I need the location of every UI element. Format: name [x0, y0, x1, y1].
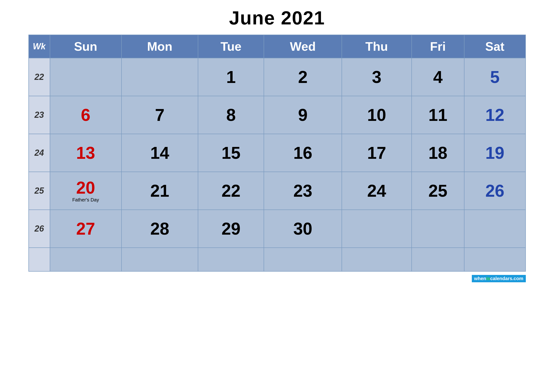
day-cell-w4-d1: 28 [122, 210, 198, 248]
day-cell-w3-d5: 25 [412, 172, 464, 210]
week-row-2: 2413141516171819 [29, 134, 526, 172]
tue-header: Tue [198, 35, 264, 58]
day-cell-w1-d1: 7 [122, 96, 198, 134]
day-number-30: 30 [264, 220, 341, 237]
day-number-5: 5 [464, 69, 525, 85]
day-number-27: 27 [50, 220, 121, 237]
day-number-12: 12 [464, 106, 525, 124]
mon-header: Mon [122, 35, 198, 58]
extra-cell-4 [264, 248, 342, 271]
day-number-8: 8 [198, 106, 264, 124]
day-number-6: 6 [50, 106, 121, 124]
week-row-3: 2520Father's Day212223242526 [29, 172, 526, 210]
thu-header: Thu [342, 35, 412, 58]
watermark-badge[interactable]: wheniscalendars.com [472, 275, 526, 282]
day-cell-w1-d4: 10 [342, 96, 412, 134]
day-cell-w4-d3: 30 [264, 210, 342, 248]
day-number-13: 13 [50, 144, 121, 161]
week-row-1: 236789101112 [29, 96, 526, 134]
day-cell-w4-d2: 29 [198, 210, 264, 248]
day-number-2: 2 [264, 69, 341, 85]
day-cell-w2-d4: 17 [342, 134, 412, 172]
day-number-15: 15 [198, 144, 264, 161]
extra-cell-0 [29, 248, 50, 271]
day-number-26: 26 [464, 182, 525, 199]
day-number-9: 9 [264, 106, 341, 124]
extra-cell-3 [198, 248, 264, 271]
extra-cell-5 [342, 248, 412, 271]
sun-header: Sun [50, 35, 122, 58]
day-number-14: 14 [122, 144, 198, 161]
day-cell-w2-d6: 19 [464, 134, 526, 172]
day-number-17: 17 [342, 144, 411, 161]
day-number-22: 22 [198, 182, 264, 199]
day-cell-w3-d4: 24 [342, 172, 412, 210]
wk-cell-3: 25 [29, 172, 50, 210]
day-number-20: 20 [50, 179, 121, 196]
day-number-21: 21 [122, 182, 198, 199]
day-cell-w0-d2: 1 [198, 58, 264, 96]
day-number-28: 28 [122, 220, 198, 237]
day-cell-w3-d6: 26 [464, 172, 526, 210]
calendar-body: 221234523678910111224131415161718192520F… [29, 58, 526, 271]
day-number-25: 25 [412, 182, 464, 199]
wk-cell-0: 22 [29, 58, 50, 96]
fri-header: Fri [412, 35, 464, 58]
extra-cell-6 [412, 248, 464, 271]
watermark: wheniscalendars.com [28, 275, 526, 282]
day-cell-w4-d6 [464, 210, 526, 248]
day-cell-w1-d0: 6 [50, 96, 122, 134]
day-cell-w0-d0 [50, 58, 122, 96]
wk-header: Wk [29, 35, 50, 58]
calendar-table: Wk Sun Mon Tue Wed Thu Fri Sat 221234523… [28, 35, 526, 272]
extra-cell-2 [122, 248, 198, 271]
day-cell-w3-d2: 22 [198, 172, 264, 210]
wed-header: Wed [264, 35, 342, 58]
day-number-1: 1 [198, 69, 264, 85]
day-number-11: 11 [412, 106, 464, 124]
sat-header: Sat [464, 35, 526, 58]
day-cell-w0-d4: 3 [342, 58, 412, 96]
day-cell-w1-d2: 8 [198, 96, 264, 134]
week-row-0: 2212345 [29, 58, 526, 96]
day-cell-w0-d3: 2 [264, 58, 342, 96]
day-number-4: 4 [412, 69, 464, 85]
day-cell-w1-d6: 12 [464, 96, 526, 134]
day-cell-w1-d3: 9 [264, 96, 342, 134]
extra-row [29, 248, 526, 271]
day-cell-w3-d0: 20Father's Day [50, 172, 122, 210]
week-row-4: 2627282930 [29, 210, 526, 248]
day-number-16: 16 [264, 144, 341, 161]
day-cell-w2-d0: 13 [50, 134, 122, 172]
header-row: Wk Sun Mon Tue Wed Thu Fri Sat [29, 35, 526, 58]
day-cell-w0-d6: 5 [464, 58, 526, 96]
day-cell-w2-d5: 18 [412, 134, 464, 172]
day-cell-w0-d5: 4 [412, 58, 464, 96]
day-cell-w3-d3: 23 [264, 172, 342, 210]
day-number-18: 18 [412, 144, 464, 161]
wk-cell-1: 23 [29, 96, 50, 134]
day-cell-w4-d4 [342, 210, 412, 248]
day-number-23: 23 [264, 182, 341, 199]
day-cell-w4-d5 [412, 210, 464, 248]
day-number-10: 10 [342, 106, 411, 124]
day-cell-w3-d1: 21 [122, 172, 198, 210]
extra-cell-1 [50, 248, 122, 271]
day-cell-w4-d0: 27 [50, 210, 122, 248]
page-title: June 2021 [229, 7, 325, 29]
holiday-label-20: Father's Day [50, 197, 121, 203]
day-cell-w0-d1 [122, 58, 198, 96]
day-number-24: 24 [342, 182, 411, 199]
watermark-green: is [486, 276, 490, 281]
day-number-29: 29 [198, 220, 264, 237]
day-number-7: 7 [122, 106, 198, 124]
day-cell-w2-d2: 15 [198, 134, 264, 172]
day-cell-w2-d3: 16 [264, 134, 342, 172]
day-number-19: 19 [464, 144, 525, 161]
day-cell-w2-d1: 14 [122, 134, 198, 172]
wk-cell-2: 24 [29, 134, 50, 172]
calendar-wrapper: Wk Sun Mon Tue Wed Thu Fri Sat 221234523… [28, 35, 526, 272]
day-cell-w1-d5: 11 [412, 96, 464, 134]
extra-cell-7 [464, 248, 526, 271]
wk-cell-4: 26 [29, 210, 50, 248]
